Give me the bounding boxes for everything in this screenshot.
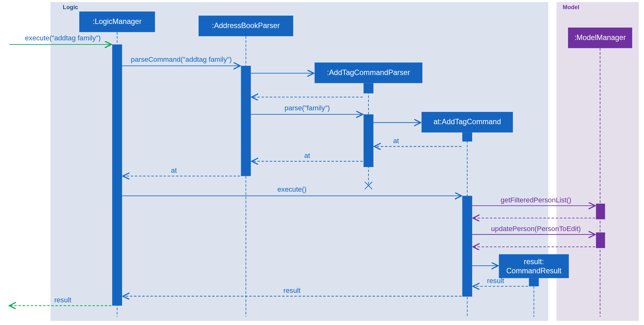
add-tag-command-activation-head <box>462 132 472 142</box>
command-result-label-2: CommandResult <box>506 267 561 275</box>
logic-manager-label: :LogicManager <box>93 17 142 26</box>
command-result-label-1: result: <box>524 258 544 266</box>
msg-result-return-2-label: result <box>283 287 300 294</box>
msg-parse-label: parse("family") <box>285 104 330 112</box>
msg-at-return-3-label: at <box>171 166 177 174</box>
model-manager-activation-1 <box>596 204 605 219</box>
logic-manager-activation <box>112 44 122 306</box>
address-book-parser-label: :AddressBookParser <box>212 21 280 30</box>
msg-at-return-1-label: at <box>393 137 399 145</box>
msg-update-person-label: updatePerson(PersonToEdit) <box>491 225 581 233</box>
msg-get-filtered-label: getFilteredPersonList() <box>501 196 571 204</box>
add-tag-command-parser-label: :AddTagCommandParser <box>327 68 410 77</box>
msg-execute-label: execute() <box>277 185 306 193</box>
msg-result-return-1-label: result <box>487 277 504 285</box>
add-tag-command-activation <box>462 196 472 297</box>
msg-at-return-2-label: at <box>304 152 310 160</box>
add-tag-command-parser-activation <box>363 114 373 167</box>
address-book-parser-activation <box>241 66 251 176</box>
msg-execute-in-label: execute("addtag family") <box>25 34 101 42</box>
add-tag-command-parser-activation-head <box>363 83 373 94</box>
msg-parse-command-label: parseCommand("addtag family") <box>131 55 232 63</box>
logic-frame-label: Logic <box>63 4 78 10</box>
add-tag-command-label: at:AddTagCommand <box>433 118 501 126</box>
sequence-diagram: Logic Model :LogicManager :AddressBookPa… <box>0 0 644 325</box>
model-frame-label: Model <box>563 4 579 10</box>
msg-result-out-label: result <box>54 296 71 304</box>
model-manager-label: :ModelManager <box>574 33 626 42</box>
command-result-activation-head <box>529 278 539 286</box>
model-manager-activation-2 <box>596 232 605 248</box>
